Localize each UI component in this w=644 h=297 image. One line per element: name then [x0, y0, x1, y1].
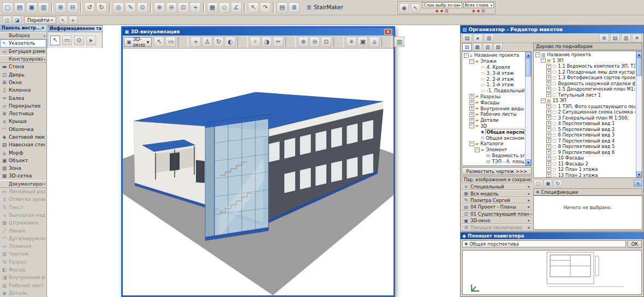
scroll-down-icon[interactable]: ▼ — [526, 159, 531, 165]
specifications-header[interactable]: ◈ Спецификации — [533, 188, 642, 195]
pick-up-icon[interactable]: ⊙ — [74, 35, 84, 45]
minus-box-icon[interactable]: − — [535, 52, 540, 57]
tree-item[interactable]: ▤ Ведомость элем — [463, 153, 524, 159]
separator-icon[interactable] — [51, 3, 53, 13]
stairmaker-toolbar[interactable]: ≣ StairMaker — [306, 4, 343, 11]
zoom-out-icon[interactable]: ⊖ — [309, 37, 320, 47]
tree-item[interactable]: + ▢ 2 Ситуационная схема (съемка со спут… — [534, 109, 635, 115]
tool-item[interactable]: ▯ Колонна — [0, 86, 46, 94]
camera-icon[interactable]: ◐ — [225, 37, 235, 47]
tree-item[interactable]: ▭ 4. Кровля — [463, 64, 524, 70]
orbit-icon[interactable]: ↻ — [213, 37, 224, 47]
separator-icon[interactable] — [80, 3, 82, 13]
plus-box-icon[interactable]: + — [469, 106, 474, 111]
view-setting-row[interactable]: ▦ Вся модель ▸ — [462, 190, 532, 197]
project-map-icon[interactable]: ▤ — [462, 43, 472, 51]
plus-box-icon[interactable]: + — [469, 112, 474, 117]
view-setting-row[interactable]: ▤ 04 Проект - Планы ▸ — [462, 204, 532, 210]
zoom-in-icon[interactable]: ⊕ — [298, 37, 308, 47]
pan-icon[interactable]: + — [190, 2, 201, 13]
tool-item[interactable]: ▤ Навесная стена — [0, 141, 46, 148]
tree-item[interactable]: + ▢ 3 Генеральный план М 1:500; — [534, 115, 635, 121]
tree-item[interactable]: ◆ Общая перспектива — [463, 129, 524, 135]
view-setting-row[interactable]: ✎ Палитра Сергей ▸ — [462, 197, 532, 204]
scroll-up-icon[interactable]: ▲ — [526, 52, 531, 58]
tool-item[interactable]: ◉ Деталь — [0, 289, 46, 297]
rotate-icon[interactable]: ↷ — [260, 2, 271, 13]
3d-window-titlebar[interactable]: ▣ 3D-визуализация × — [123, 28, 393, 35]
separator-icon[interactable] — [203, 3, 205, 13]
fit-view-icon[interactable]: ⊡ — [321, 37, 331, 47]
paste-icon[interactable]: ⊟ — [67, 2, 78, 13]
tree-item[interactable]: + ▰ Внутренние виды — [463, 105, 524, 111]
pick-up-icon[interactable]: ⊙ — [137, 2, 148, 13]
undo-icon[interactable]: ↺ — [84, 2, 95, 13]
separator-icon[interactable] — [285, 37, 296, 47]
tool-item[interactable]: ▨ Зона — [0, 164, 46, 172]
tool-panel-titlebar[interactable]: Панель инстр... × — [0, 25, 46, 32]
plus-box-icon[interactable]: + — [546, 115, 551, 120]
fit-view-icon[interactable]: ⊡ — [178, 2, 189, 13]
separator-icon[interactable] — [244, 3, 246, 13]
tree-item[interactable]: + ▢ 12 План 1 этажа — [534, 167, 635, 173]
tool-item[interactable]: ⇅ Разрез — [0, 258, 46, 266]
tool-item[interactable]: ◠ Оболочка — [0, 126, 46, 133]
close-icon[interactable]: × — [41, 26, 45, 31]
plus-box-icon[interactable]: + — [546, 92, 551, 97]
project-map-icon[interactable]: ▤ — [462, 34, 472, 43]
tree-item[interactable]: − ▥ Название проекта — [534, 52, 635, 58]
explore-icon[interactable]: + — [190, 37, 201, 47]
tree-item[interactable]: + ▢ 8 Перспективный вид 5 — [534, 144, 635, 150]
publisher-icon[interactable]: ▧ — [493, 43, 503, 51]
tool-item[interactable]: ▣ Объект — [0, 157, 46, 164]
minus-box-icon[interactable]: − — [469, 59, 474, 64]
separator-icon[interactable] — [381, 37, 392, 47]
new-layout-icon[interactable]: ▢ — [534, 180, 542, 187]
tool-item[interactable]: ◠ Дуга/окружность — [0, 235, 46, 242]
tree-item[interactable]: + ▢ 11 Фасады 2 — [534, 161, 635, 167]
tree-item[interactable]: − ▰ 3D — [463, 123, 524, 129]
tool-item[interactable]: ═ Балка — [0, 94, 46, 102]
view-setting-row[interactable]: ▣ 3D-окно ▸ — [462, 217, 532, 224]
plus-box-icon[interactable]: + — [546, 156, 551, 161]
lock-icon[interactable]: ◆ — [477, 9, 480, 13]
view-setting-row[interactable]: ⊡ Текущее увеличение ▸ — [462, 224, 532, 230]
tool-item[interactable]: ↘ Выносная надп... — [0, 211, 46, 219]
minus-box-icon[interactable]: − — [469, 123, 474, 128]
plus-box-icon[interactable]: + — [546, 161, 551, 166]
scroll-up-icon[interactable]: ▲ — [636, 51, 642, 57]
tool-item[interactable]: ◬ Морф — [0, 148, 46, 156]
virtual-trace-icon[interactable]: ◪ — [13, 16, 21, 24]
print-icon[interactable]: ▥ — [481, 9, 485, 13]
shadow-icon[interactable]: ◑ — [261, 37, 272, 47]
tool-item[interactable]: Конструирование — [0, 55, 46, 63]
tree-item[interactable]: ▤ ТЭП - А. площад — [463, 158, 524, 164]
close-icon[interactable]: × — [384, 29, 392, 35]
plus-box-icon[interactable]: + — [546, 110, 551, 115]
left-facade-door[interactable] — [196, 160, 205, 183]
layers-dialog-icon[interactable]: ▤ — [277, 2, 288, 13]
eye-icon[interactable]: ◉ — [436, 9, 439, 13]
navigator-titlebar[interactable]: ◆ Планшет навигатора — [461, 233, 643, 239]
view-setting-row[interactable]: ✳ Специальный ▸ — [462, 183, 532, 190]
tree-view-icon[interactable]: ≣ — [599, 34, 609, 43]
home-icon[interactable]: ⌂ — [369, 37, 379, 47]
separator-icon[interactable] — [333, 37, 344, 47]
plus-box-icon[interactable]: + — [546, 64, 551, 69]
find-select-icon[interactable]: ◎ — [113, 2, 124, 13]
tool-item[interactable]: ▥ Чертеж — [0, 250, 46, 258]
arrow-tool-icon[interactable]: ↖ — [248, 2, 259, 13]
info-box-titlebar[interactable]: Информационное та... — [48, 26, 102, 32]
minus-box-icon[interactable]: − — [541, 98, 546, 103]
tree-item[interactable]: − ⌂ Название проекта — [463, 52, 524, 58]
tree-item[interactable]: − ▰ Элемент — [463, 147, 524, 153]
separator-icon[interactable] — [150, 3, 152, 13]
man-icon[interactable]: ♙ — [202, 37, 212, 47]
tree-item[interactable]: ▭ -1. Подвальный уров — [463, 88, 524, 94]
tree-item[interactable]: + ▢ 1 ТЭП, Фото существующего положени — [534, 104, 635, 110]
update-icon[interactable]: ↻ — [553, 180, 562, 187]
separator-icon[interactable] — [273, 3, 275, 13]
tree-item[interactable]: + ▢ 13 План 2 этажа — [534, 173, 635, 179]
plus-box-icon[interactable]: + — [469, 118, 474, 123]
tool-item[interactable]: ▤ Рабочий лист — [0, 282, 46, 289]
